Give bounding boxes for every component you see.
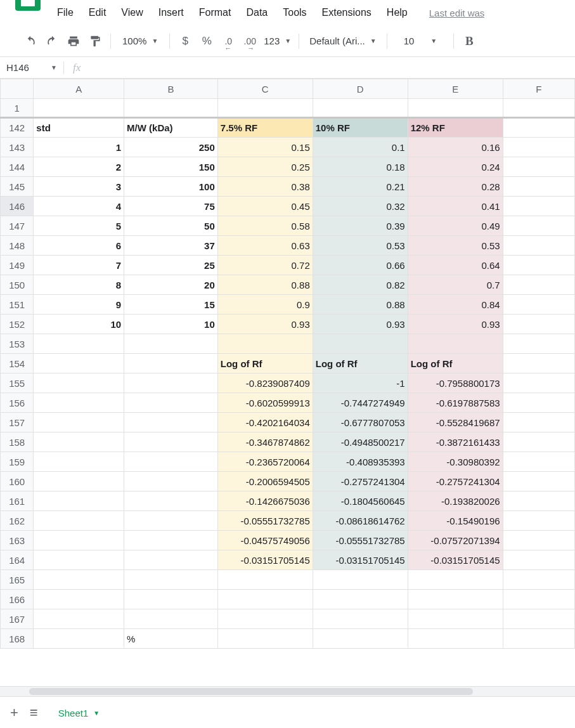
menu-tools[interactable]: Tools	[276, 3, 313, 22]
cell-A149[interactable]: 7	[34, 256, 124, 275]
cell-F146[interactable]	[503, 197, 574, 216]
cell-B148[interactable]: 37	[124, 236, 218, 256]
cell-B152[interactable]: 10	[124, 315, 218, 334]
app-logo[interactable]	[5, 3, 51, 22]
cell-F142[interactable]	[503, 118, 574, 138]
cell-A144[interactable]: 2	[34, 157, 124, 177]
cell-D167[interactable]	[313, 609, 408, 629]
cell-A150[interactable]: 8	[34, 275, 124, 295]
col-header-B[interactable]: B	[124, 79, 218, 99]
cell-B157[interactable]	[124, 413, 218, 432]
cell-C164[interactable]: -0.03151705145	[217, 550, 313, 570]
row-header-146[interactable]: 146	[1, 197, 34, 216]
menu-data[interactable]: Data	[240, 3, 274, 22]
cell-A163[interactable]	[34, 531, 124, 550]
cell-C157[interactable]: -0.4202164034	[217, 413, 313, 432]
cell-E148[interactable]: 0.53	[408, 236, 503, 256]
row-header-144[interactable]: 144	[1, 157, 34, 177]
cell-A161[interactable]	[34, 491, 124, 511]
cell-A165[interactable]	[34, 570, 124, 590]
cell-A167[interactable]	[34, 609, 124, 629]
cell-C167[interactable]	[217, 609, 313, 629]
cell-F164[interactable]	[503, 550, 574, 570]
cell-F153[interactable]	[503, 334, 574, 354]
cell-B158[interactable]	[124, 432, 218, 452]
cell-C146[interactable]: 0.45	[217, 197, 313, 216]
cell-F163[interactable]	[503, 531, 574, 550]
cell-F155[interactable]	[503, 374, 574, 393]
cell-F157[interactable]	[503, 413, 574, 432]
cell-D168[interactable]	[313, 629, 408, 649]
cell-D147[interactable]: 0.39	[313, 216, 408, 236]
cell-F149[interactable]	[503, 256, 574, 275]
cell-A159[interactable]	[34, 452, 124, 472]
row-header-161[interactable]: 161	[1, 491, 34, 511]
cell-E146[interactable]: 0.41	[408, 197, 503, 216]
col-header-A[interactable]: A	[34, 79, 124, 99]
row-header-168[interactable]: 168	[1, 629, 34, 649]
cell-B162[interactable]	[124, 511, 218, 531]
menu-insert[interactable]: Insert	[152, 3, 190, 22]
cell-C166[interactable]	[217, 590, 313, 609]
bold-button[interactable]: B	[459, 31, 479, 51]
cell-A143[interactable]: 1	[34, 138, 124, 157]
cell-B166[interactable]	[124, 590, 218, 609]
cell-C150[interactable]: 0.88	[217, 275, 313, 295]
cell-D164[interactable]: -0.03151705145	[313, 550, 408, 570]
cell-A148[interactable]: 6	[34, 236, 124, 256]
row-header-151[interactable]: 151	[1, 295, 34, 315]
cell-E157[interactable]: -0.5528419687	[408, 413, 503, 432]
row-header-158[interactable]: 158	[1, 432, 34, 452]
cell-F167[interactable]	[503, 609, 574, 629]
row-header-1[interactable]: 1	[1, 99, 34, 118]
row-header-145[interactable]: 145	[1, 177, 34, 197]
cell-B143[interactable]: 250	[124, 138, 218, 157]
sheet-tab-sheet1[interactable]: Sheet1▼	[49, 701, 108, 724]
all-sheets-button[interactable]: ≡	[30, 705, 38, 721]
cell-F168[interactable]	[503, 629, 574, 649]
row-header-164[interactable]: 164	[1, 550, 34, 570]
cell-A145[interactable]: 3	[34, 177, 124, 197]
undo-button[interactable]	[20, 31, 41, 51]
cell-B160[interactable]	[124, 472, 218, 491]
cell-D163[interactable]: -0.05551732785	[313, 531, 408, 550]
cell-E149[interactable]: 0.64	[408, 256, 503, 275]
cell-E164[interactable]: -0.03151705145	[408, 550, 503, 570]
cell-D142[interactable]: 10% RF	[313, 118, 408, 138]
cell-B164[interactable]	[124, 550, 218, 570]
cell-C162[interactable]: -0.05551732785	[217, 511, 313, 531]
cell-C154[interactable]: Log of Rf	[217, 354, 313, 374]
font-select[interactable]: Default (Ari...▼	[304, 36, 381, 46]
horizontal-scrollbar[interactable]	[0, 686, 575, 696]
cell-A164[interactable]	[34, 550, 124, 570]
cell-A151[interactable]: 9	[34, 295, 124, 315]
cell-E160[interactable]: -0.2757241304	[408, 472, 503, 491]
print-button[interactable]	[63, 31, 84, 51]
cell-F166[interactable]	[503, 590, 574, 609]
row-header-162[interactable]: 162	[1, 511, 34, 531]
row-header-167[interactable]: 167	[1, 609, 34, 629]
cell-F150[interactable]	[503, 275, 574, 295]
menu-help[interactable]: Help	[380, 3, 414, 22]
cell-A160[interactable]	[34, 472, 124, 491]
cell-C155[interactable]: -0.8239087409	[217, 374, 313, 393]
cell-E168[interactable]	[408, 629, 503, 649]
number-format-select[interactable]: 123▼	[261, 36, 294, 46]
cell-C163[interactable]: -0.04575749056	[217, 531, 313, 550]
cell-B167[interactable]	[124, 609, 218, 629]
cell-E1[interactable]	[408, 99, 503, 118]
cell-B159[interactable]	[124, 452, 218, 472]
currency-button[interactable]: $	[175, 31, 195, 51]
cell-C160[interactable]: -0.2006594505	[217, 472, 313, 491]
cell-D146[interactable]: 0.32	[313, 197, 408, 216]
col-header-D[interactable]: D	[313, 79, 408, 99]
cell-D152[interactable]: 0.93	[313, 315, 408, 334]
row-header-143[interactable]: 143	[1, 138, 34, 157]
cell-D145[interactable]: 0.21	[313, 177, 408, 197]
paint-format-button[interactable]	[85, 31, 105, 51]
cell-D144[interactable]: 0.18	[313, 157, 408, 177]
cell-E153[interactable]	[408, 334, 503, 354]
cell-C165[interactable]	[217, 570, 313, 590]
row-header-154[interactable]: 154	[1, 354, 34, 374]
cell-D162[interactable]: -0.08618614762	[313, 511, 408, 531]
